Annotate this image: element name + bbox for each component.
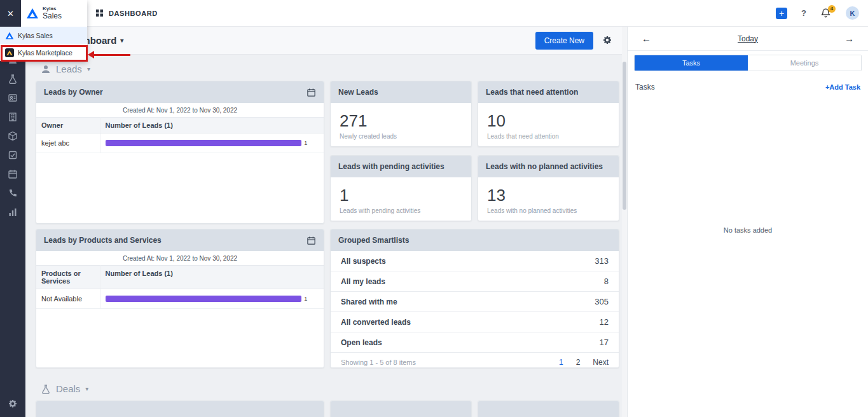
tab-tasks[interactable]: Tasks (635, 55, 748, 71)
companies-icon[interactable] (8, 112, 18, 122)
smartlists-footer: Showing 1 - 5 of 8 items 1 2 Next (331, 353, 619, 368)
brand[interactable]: Kylas Sales (21, 0, 87, 27)
product-name-cell: Not Available (36, 289, 100, 309)
leads-by-owner-table: Owner Number of Leads (1) kejet abc 1 (36, 117, 324, 153)
leads-pending-title: Leads with pending activities (338, 162, 444, 171)
previous-day-arrow-icon[interactable]: ← (642, 33, 651, 44)
menu-item-kylas-sales[interactable]: Kylas Sales (0, 27, 87, 44)
list-item[interactable]: All converted leads 12 (331, 312, 619, 332)
leads-by-products-title: Leads by Products and Services (44, 236, 162, 245)
brand-line2: Sales (43, 12, 62, 20)
column-header-count: Number of Leads (1) (100, 266, 324, 289)
chevron-down-icon: ▾ (120, 37, 123, 44)
deals-icon[interactable] (8, 74, 18, 84)
page-2-link[interactable]: 2 (576, 358, 581, 367)
settings-gear-icon[interactable] (8, 399, 18, 409)
owner-name-cell: kejet abc (36, 133, 100, 153)
page-1-link[interactable]: 1 (559, 358, 563, 367)
next-page-link[interactable]: Next (593, 358, 609, 367)
list-item[interactable]: All my leads 8 (331, 271, 619, 292)
products-icon[interactable] (8, 131, 18, 141)
kylas-sales-icon (5, 31, 14, 40)
leads-by-products-header: Leads by Products and Services (36, 229, 324, 251)
bar-not-available[interactable] (106, 296, 302, 302)
contacts-icon[interactable] (8, 93, 18, 103)
smartlists-title: Grouped Smartlists (338, 236, 409, 245)
plus-icon: + (779, 9, 784, 18)
avatar[interactable]: K (846, 6, 859, 20)
help-icon[interactable]: ? (801, 8, 806, 18)
smartlist-value: 17 (600, 338, 609, 347)
leads-by-owner-header: Leads by Owner (36, 81, 324, 103)
tab-meetings[interactable]: Meetings (748, 55, 861, 71)
next-day-arrow-icon[interactable]: → (844, 33, 854, 44)
grid-icon (95, 9, 104, 17)
main-scrollbar-track[interactable] (622, 27, 627, 417)
list-item[interactable]: Open leads 17 (331, 332, 619, 353)
menu-item-label: Kylas Sales (18, 32, 53, 39)
tasks-toolbar: Tasks +Add Task (628, 71, 868, 92)
sidebar: ✕ (0, 0, 25, 417)
date-range-label: Created At: Nov 1, 2022 to Nov 30, 2022 (36, 251, 324, 265)
right-panel-tabs: Tasks Meetings (634, 55, 862, 71)
workspace-brand-row: ✕ Kylas Sales (0, 0, 87, 27)
column-header-owner: Owner (36, 118, 100, 133)
main-scrollbar-thumb[interactable] (623, 62, 626, 210)
tasks-icon[interactable] (8, 150, 18, 160)
topbar-actions: + ? 4 K (776, 6, 859, 20)
smartlist-value: 313 (595, 256, 609, 266)
create-new-button[interactable]: Create New (535, 32, 593, 50)
leads-by-owner-title: Leads by Owner (44, 88, 103, 97)
right-panel: ← Today → Tasks Meetings Tasks +Add Task… (627, 27, 868, 417)
leads-no-planned-caption: Leads with no planned activities (478, 207, 619, 221)
bar-kejet-abc[interactable] (106, 140, 302, 146)
add-task-button[interactable]: +Add Task (825, 83, 860, 91)
page-header-actions: Create New (535, 32, 612, 50)
nav-dashboard[interactable]: DASHBOARD (95, 9, 158, 17)
smartlist-value: 8 (604, 277, 609, 286)
smartlist-label: Shared with me (341, 297, 397, 306)
main-content: Dashboard ▾ Create New Leads ▾ Leads by … (25, 27, 622, 417)
leads-no-planned-card: Leads with no planned activities 13 Lead… (478, 155, 619, 221)
new-leads-title: New Leads (338, 88, 378, 97)
workspace-dropdown: ✕ Kylas Sales Kylas Sales Kylas Marketpl… (0, 0, 87, 61)
table-row[interactable]: Not Available 1 (36, 289, 324, 309)
close-icon[interactable]: ✕ (0, 0, 21, 27)
list-item[interactable]: All suspects 313 (331, 251, 619, 271)
leads-by-owner-card: Leads by Owner Created At: Nov 1, 2022 t… (36, 81, 324, 224)
kylas-logo-icon (26, 7, 39, 20)
calendar-icon[interactable] (307, 88, 316, 97)
stat-column-2: Leads that need attention 10 Leads that … (478, 81, 619, 221)
topbar: DASHBOARD + ? 4 K (25, 0, 868, 27)
list-item[interactable]: Shared with me 305 (331, 292, 619, 312)
calls-icon[interactable] (8, 188, 18, 198)
right-panel-header: ← Today → (628, 27, 868, 51)
tasks-heading: Tasks (635, 83, 655, 92)
smartlist-label: Open leads (341, 338, 382, 347)
leads-need-attention-card: Leads that need attention 10 Leads that … (478, 81, 619, 147)
calendar-icon[interactable] (307, 236, 316, 245)
smartlist-label: All converted leads (341, 318, 411, 327)
new-leads-value: 271 (331, 103, 471, 133)
leads-section-toggle[interactable]: Leads ▾ (41, 64, 619, 74)
column-header-count: Number of Leads (1) (100, 118, 324, 133)
table-row[interactable]: kejet abc 1 (36, 133, 324, 153)
meetings-icon[interactable] (8, 169, 18, 179)
deals-section-toggle[interactable]: Deals ▾ (41, 383, 619, 394)
deals-card-stub (478, 400, 619, 417)
sidebar-icons (8, 36, 18, 417)
reports-icon[interactable] (8, 207, 18, 217)
bar-value: 1 (304, 140, 307, 146)
chevron-down-icon: ▾ (85, 385, 88, 392)
leads-grid-row-2: Leads by Products and Services Created A… (36, 229, 619, 368)
page-header: Dashboard ▾ Create New (25, 27, 622, 55)
quick-add-button[interactable]: + (776, 8, 787, 19)
deals-card-stub (330, 400, 472, 417)
menu-item-kylas-marketplace[interactable]: Kylas Marketplace (0, 44, 87, 61)
notifications-bell-icon[interactable]: 4 (820, 8, 832, 19)
stat-column-1: New Leads 271 Newly created leads Leads … (330, 81, 472, 221)
leads-attention-value: 10 (478, 103, 619, 133)
dashboard-content: Leads ▾ Leads by Owner Created At: Nov 1… (25, 55, 622, 417)
dashboard-settings-gear-icon[interactable] (602, 36, 612, 46)
today-link[interactable]: Today (738, 34, 758, 43)
